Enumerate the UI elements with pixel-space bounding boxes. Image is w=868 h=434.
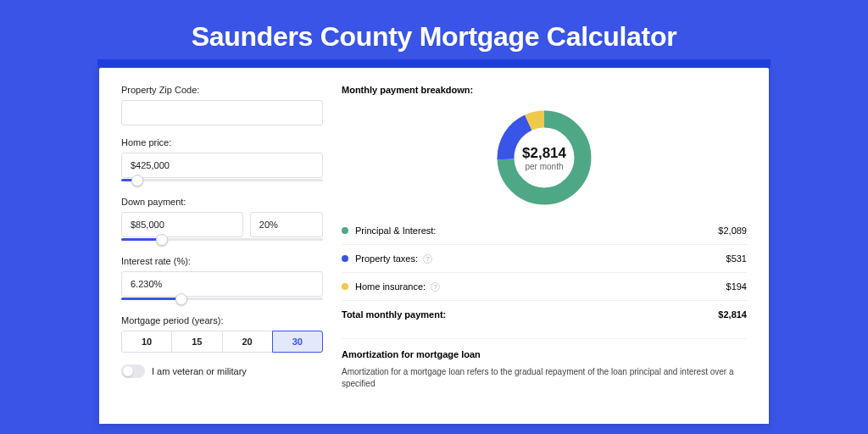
veteran-toggle[interactable] [121, 364, 145, 378]
legend-row: Property taxes:?$531 [342, 244, 747, 272]
home-price-label: Home price: [121, 137, 323, 147]
info-icon[interactable]: ? [423, 254, 432, 264]
total-row: Total monthly payment: $2,814 [342, 300, 747, 328]
breakdown-heading: Monthly payment breakdown: [342, 85, 747, 95]
slider-thumb[interactable] [156, 234, 168, 246]
inputs-column: Property Zip Code: Home price: Down paym… [121, 85, 323, 424]
zip-label: Property Zip Code: [121, 85, 323, 95]
breakdown-column: Monthly payment breakdown: $2,814 per mo… [342, 85, 747, 424]
amortization-body: Amortization for a mortgage loan refers … [342, 366, 747, 390]
home-price-slider[interactable] [121, 179, 323, 181]
zip-input[interactable] [121, 100, 323, 125]
legend-value: $194 [726, 281, 747, 292]
period-options: 10152030 [121, 331, 323, 353]
veteran-label: I am veteran or military [152, 366, 247, 376]
legend-label: Home insurance: [355, 281, 426, 292]
slider-thumb[interactable] [175, 293, 187, 305]
period-option-10[interactable]: 10 [121, 331, 172, 353]
period-option-30[interactable]: 30 [272, 331, 323, 353]
veteran-row: I am veteran or military [121, 364, 323, 378]
rate-slider[interactable] [121, 298, 323, 300]
period-label: Mortgage period (years): [121, 315, 323, 326]
total-value: $2,814 [718, 309, 747, 320]
period-option-15[interactable]: 15 [171, 331, 222, 353]
legend-label: Principal & Interest: [355, 225, 436, 236]
amortization-section: Amortization for mortgage loan Amortizat… [342, 338, 747, 390]
amortization-heading: Amortization for mortgage loan [342, 349, 747, 359]
home-price-input[interactable] [121, 153, 323, 178]
page-title: Saunders County Mortgage Calculator [0, 0, 868, 68]
legend-row: Principal & Interest:$2,089 [342, 217, 747, 244]
slider-thumb[interactable] [131, 175, 143, 186]
calculator-panel: Property Zip Code: Home price: Down paym… [99, 68, 769, 424]
legend-dot-icon [342, 283, 348, 290]
legend-value: $2,089 [718, 225, 747, 236]
donut-subtext: per month [525, 162, 563, 171]
down-payment-label: Down payment: [121, 197, 323, 207]
period-option-20[interactable]: 20 [222, 331, 273, 353]
legend-label: Property taxes: [355, 253, 418, 264]
donut-chart: $2,814 per month [342, 103, 747, 217]
rate-input[interactable] [121, 271, 323, 297]
legend-dot-icon [342, 227, 348, 234]
total-label: Total monthly payment: [342, 309, 446, 320]
donut-amount: $2,814 [522, 145, 566, 162]
rate-label: Interest rate (%): [121, 256, 323, 266]
legend-dot-icon [342, 255, 348, 262]
down-amount-input[interactable] [121, 212, 243, 237]
down-slider[interactable] [121, 238, 323, 241]
down-percent-input[interactable] [250, 212, 323, 237]
legend-value: $531 [726, 253, 747, 264]
legend-row: Home insurance:?$194 [342, 272, 747, 300]
info-icon[interactable]: ? [431, 282, 440, 292]
